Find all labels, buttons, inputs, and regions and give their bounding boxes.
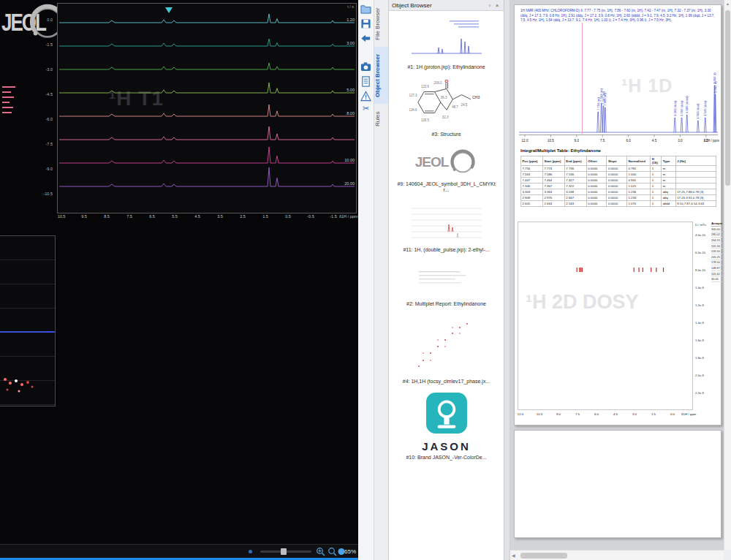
arrayed-value: 178.50: [711, 260, 722, 266]
arrayed-value: 205.25: [711, 254, 722, 260]
proton-1d-spectrum[interactable]: 7.756 (m)7.563 (m)7.447 (m)7.346 (m)3.30…: [518, 34, 719, 145]
arrayed-table-title: Arrayed T...: [711, 222, 722, 227]
scroll-up-icon[interactable]: ▲: [724, 0, 731, 7]
object-item-proton-spectrum[interactable]: #1: 1H (proton.jxp): Ethylindanone: [392, 17, 501, 71]
table-row[interactable]: 2.6052.6632.5430.00000.00001.0701dddd9.1…: [521, 201, 716, 207]
table-cell: m: [662, 183, 676, 189]
svg-text:48.7: 48.7: [452, 105, 458, 109]
svg-text:4.5: 4.5: [652, 139, 657, 143]
arrayed-value: 264.55: [711, 238, 722, 243]
table-row[interactable]: 2.9092.9702.8470.00000.00001.2331ddq17.2…: [521, 195, 716, 201]
horizontal-scrollbar[interactable]: ◀: [510, 550, 724, 560]
zoom-slider[interactable]: [260, 550, 311, 553]
close-panel-icon[interactable]: ×: [493, 2, 501, 9]
scroll-left-icon[interactable]: ◀: [512, 552, 515, 559]
table-cell: [675, 166, 716, 172]
table-row[interactable]: 7.4477.4647.4270.00000.00000.9411m: [521, 178, 716, 183]
toolbar-spacer: [358, 46, 374, 58]
svg-text:36.3: 36.3: [440, 96, 447, 99]
t1-x-tick: 3.5: [217, 214, 223, 219]
jason-wordmark: JASON: [392, 440, 501, 453]
object-item-double-pulse-spectrum[interactable]: #11: 1H, (double_pulse.jxp): 2-ethyl-...: [392, 201, 501, 254]
panel-tab-strip: File Browser Object Browser Rules: [374, 0, 389, 560]
vertical-toolbar: ✂: [358, 0, 374, 560]
object-item-tocsy-spectrum[interactable]: #4: 1H,1H (tocsy_clmlev17_phase.jx...: [392, 315, 501, 385]
table-cell: 9.10,7.87,4.54,3.63: [675, 201, 716, 207]
table-cell: 1.233: [626, 195, 650, 201]
warning-icon[interactable]: [360, 91, 371, 102]
table-row[interactable]: 3.3033.3633.2480.00000.00001.2361ddq17.2…: [521, 189, 716, 195]
tab-file-browser[interactable]: File Browser: [374, 1, 388, 47]
object-item-multiplet-report[interactable]: #2: Multiplet Report: Ethylindanone: [392, 261, 501, 308]
table-cell: 17.23,3.91,0.78 (3): [675, 195, 716, 201]
table-row[interactable]: 7.7567.7747.7360.00000.00000.7811m: [521, 166, 716, 172]
table-row[interactable]: 7.3467.3677.3220.00000.00001.0211m: [521, 183, 716, 189]
table-header: Start (ppm): [542, 156, 564, 166]
object-item-jeol-logo[interactable]: JEOL #9: 140604_JEOL_symbol_3DH_L_CMYKtr…: [392, 145, 501, 194]
dosy-x-axis: 12.010.59.07.56.04.53.01.50.0: [518, 412, 693, 419]
object-item-structure[interactable]: O CH3 206.0 127.3 123.6 134.6 126.5 48.7…: [392, 78, 501, 138]
document-canvas[interactable]: 1H NMR (400 MHz, CHLOROFORM-D) δ: 7.77 -…: [510, 0, 724, 550]
tab-object-browser[interactable]: Object Browser: [374, 47, 388, 104]
table-cell: 0.0000: [607, 195, 627, 201]
t1-y-tick: -1.5: [46, 42, 53, 47]
fit-curve-panel[interactable]: [0, 235, 56, 406]
report-page: 1H NMR (400 MHz, CHLOROFORM-D) δ: 7.77 -…: [514, 4, 721, 425]
zoom-slider-thumb[interactable]: [281, 548, 287, 555]
t1-x-tick: -1.5: [330, 214, 336, 219]
save-icon[interactable]: [360, 18, 371, 29]
cut-icon[interactable]: ✂: [358, 104, 374, 113]
hscrollbar-thumb[interactable]: [520, 553, 567, 559]
table-cell: [675, 183, 716, 189]
float-panel-icon[interactable]: ▫: [486, 2, 493, 9]
table-cell: 2.847: [564, 195, 586, 201]
dosy-plot[interactable]: ¹H 2D DOSY: [518, 222, 693, 410]
svg-text:3.0: 3.0: [678, 139, 683, 143]
object-caption: #4: 1H,1H (tocsy_clmlev17_phase.jx...: [395, 379, 499, 385]
table-cell: m: [662, 166, 676, 172]
t1-y-tick: -7.5: [46, 142, 53, 146]
table-cell: [675, 178, 716, 183]
camera-icon[interactable]: [360, 61, 371, 72]
vscrollbar-thumb[interactable]: [725, 10, 730, 186]
multiplet-table[interactable]: Pos (ppm)Start (ppm)End (ppm)OffsetSlope…: [520, 156, 716, 207]
t1-array-value: 20.00: [344, 181, 355, 186]
panel-splitter[interactable]: [504, 0, 510, 560]
t1-y-tick: -10.5: [43, 192, 53, 196]
zoom-out-icon[interactable]: [327, 547, 337, 556]
arrayed-value: 105.62: [711, 271, 722, 277]
fit-line: [0, 331, 55, 333]
table-row[interactable]: 7.5637.5867.5360.00000.00001.0001m: [521, 172, 716, 178]
t1-x-tick: 9.5: [81, 214, 87, 219]
table-header: Normalised: [626, 156, 650, 166]
open-folder-icon[interactable]: [360, 4, 371, 15]
table-cell: 2.605: [521, 201, 543, 207]
svg-text:2.605 (dddd): 2.605 (dddd): [685, 96, 689, 113]
svg-text:126.5: 126.5: [420, 118, 429, 122]
arrayed-value: 226.50: [711, 249, 722, 254]
report-icon[interactable]: [360, 76, 371, 87]
table-cell: 0.0000: [607, 183, 627, 189]
table-cell: 0.0000: [607, 189, 627, 195]
table-cell: [675, 172, 716, 178]
table-cell: 7.563: [521, 172, 543, 178]
table-cell: 1: [651, 183, 662, 189]
nmr-parameters-text: 1H NMR (400 MHz, CHLOROFORM-D) δ: 7.77 -…: [520, 9, 716, 23]
vertical-scrollbar[interactable]: ▲: [724, 0, 731, 550]
screen: JEOL 0.0-1.5-3.0-4.5-6.0-7.5-9.0-10.5 ¹H…: [0, 0, 731, 560]
undo-icon[interactable]: [360, 33, 371, 44]
svg-text:2.909 (ddq): 2.909 (ddq): [680, 100, 683, 116]
svg-text:9.0: 9.0: [575, 139, 580, 143]
table-cell: m: [662, 172, 676, 178]
jason-dark-window: JEOL 0.0-1.5-3.0-4.5-6.0-7.5-9.0-10.5 ¹H…: [0, 0, 358, 560]
zoom-percentage: 65%: [344, 548, 356, 555]
t1-array-labels: 1.203.005.008.0010.0020.00: [334, 4, 356, 214]
t1-spectrum-panel[interactable]: ¹H T1 1.203.005.008.0010.0020.00 t / s: [57, 3, 357, 213]
zoom-in-icon[interactable]: [316, 547, 325, 556]
arrayed-value: 30.00: [711, 276, 722, 282]
table-cell: m: [662, 178, 676, 183]
dosy-x-tick: 12.0: [518, 412, 524, 416]
tab-rules[interactable]: Rules: [374, 104, 388, 135]
table-cell: 0.941: [626, 178, 650, 183]
object-item-jason-brand[interactable]: JASON #10: Brand JASON_-Ver-ColorDe...: [392, 392, 501, 461]
